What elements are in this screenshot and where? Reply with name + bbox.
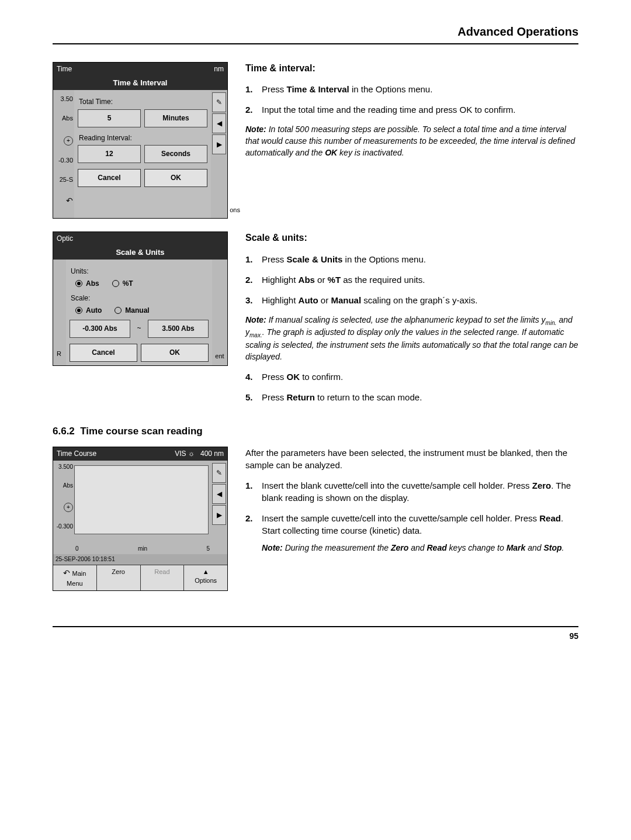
zero-button[interactable]: Zero	[97, 565, 141, 590]
radio-unselected-icon	[115, 307, 122, 314]
axis-lowest: 25-S	[54, 175, 73, 184]
screenshot-time-interval: Time nm Time & Interval 3.50 Abs + -0.30…	[53, 62, 228, 219]
axis-mid: Abs	[54, 114, 73, 123]
page-number: 95	[53, 626, 578, 642]
main-menu-button[interactable]: ↶ MainMenu	[53, 565, 97, 590]
plot-x-axis: 0 min 5	[53, 544, 227, 554]
step-text: Highlight Auto or Manual scaling on the …	[262, 294, 578, 306]
radio-selected-icon	[75, 307, 82, 314]
reading-interval-unit[interactable]: Seconds	[144, 145, 207, 163]
cursor-icon[interactable]: ✎	[212, 463, 226, 483]
r-fragment: R	[57, 350, 61, 358]
note-scale-units: Note: If manual scaling is selected, use…	[245, 314, 578, 363]
reading-interval-value[interactable]: 12	[78, 145, 141, 163]
step-number: 1.	[245, 479, 262, 504]
row-time-course: Time Course VIS ☼ 400 nm 3.500 Abs + -0.…	[53, 447, 578, 591]
back-arrow-icon: ↶	[63, 568, 70, 578]
step-number: 2.	[245, 103, 262, 116]
units-label: Units:	[71, 267, 209, 276]
step-number: 4.	[245, 371, 262, 383]
options-button[interactable]: ▲Options	[184, 565, 227, 590]
step-number: 3.	[245, 294, 262, 306]
scale-label: Scale:	[71, 293, 209, 303]
axis-top: 3.50	[54, 95, 73, 103]
axis-labels: 3.50 Abs + -0.30 25-S ↶	[53, 90, 74, 218]
dialog-title: Time & Interval	[53, 76, 227, 90]
step-text: Highlight Abs or %T as the required unit…	[262, 274, 578, 286]
step-text: Insert the sample cuvette/cell into the …	[262, 512, 578, 554]
total-time-unit[interactable]: Minutes	[144, 109, 207, 127]
dialog-title: Scale & Units	[53, 246, 227, 260]
ent-fragment: ent	[215, 352, 224, 361]
bg-app-label: Time	[57, 64, 72, 74]
wavelength-label: 400 nm	[200, 450, 224, 458]
step-text: Press Return to return to the scan mode.	[262, 391, 578, 403]
step-text: Press OK to confirm.	[262, 371, 578, 383]
tc-title: Time Course	[57, 449, 96, 459]
bg-app-label: Optic	[57, 234, 73, 244]
nav-left-icon[interactable]: ◀	[212, 484, 226, 504]
zoom-in-icon: +	[64, 503, 73, 512]
step-number: 2.	[245, 274, 262, 286]
step-text: Press Scale & Units in the Options menu.	[262, 253, 578, 265]
cancel-button[interactable]: Cancel	[78, 169, 141, 187]
scale-max-value[interactable]: 3.500 Abs	[148, 320, 209, 338]
nav-left-icon[interactable]: ◀	[212, 113, 226, 133]
up-triangle-icon: ▲	[203, 568, 209, 575]
radio-selected-icon	[75, 280, 82, 287]
scale-units-heading: Scale & units:	[245, 231, 578, 244]
page-header: Advanced Operations	[53, 23, 578, 44]
scale-min-value[interactable]: -0.300 Abs	[70, 320, 130, 338]
cursor-icon[interactable]: ✎	[212, 92, 226, 112]
tilde-separator: ~	[134, 320, 144, 338]
screenshot-scale-units: Optic Scale & Units Units: Abs %T Scale:…	[53, 231, 228, 366]
ok-button[interactable]: OK	[141, 344, 209, 362]
note-time-course: Note: During the measurement the Zero an…	[262, 542, 578, 554]
cancel-button[interactable]: Cancel	[70, 344, 137, 362]
read-button[interactable]: Read	[141, 565, 185, 590]
vis-indicator: VIS ☼	[175, 450, 195, 458]
step-number: 2.	[245, 512, 262, 554]
step-text: Insert the blank cuvette/cell into the c…	[262, 479, 578, 504]
plot-y-labels: 3.500 Abs + -0.300	[53, 461, 74, 544]
radio-unselected-icon	[112, 280, 119, 287]
ons-fragment: ons	[230, 206, 240, 215]
step-number: 1.	[245, 253, 262, 265]
back-arrow-icon: ↶	[54, 195, 73, 207]
bg-nm-label: nm	[214, 64, 224, 74]
total-time-value[interactable]: 5	[78, 109, 141, 127]
step-number: 1.	[245, 83, 262, 95]
status-bar: 25-SEP-2006 10:18:51	[53, 554, 227, 565]
reading-interval-label: Reading Interval:	[79, 133, 207, 143]
radio-manual[interactable]: Manual	[115, 306, 149, 316]
row-scale-units: Optic Scale & Units Units: Abs %T Scale:…	[53, 231, 578, 412]
section-heading: 6.6.2 Time course scan reading	[53, 424, 578, 438]
screenshot-time-course: Time Course VIS ☼ 400 nm 3.500 Abs + -0.…	[53, 447, 228, 591]
nav-right-icon[interactable]: ▶	[212, 134, 226, 154]
axis-bot: -0.30	[54, 156, 73, 165]
step-text: Input the total time and the reading tim…	[262, 103, 578, 116]
step-text: Press Time & Interval in the Options men…	[262, 83, 578, 95]
note-time-interval: Note: In total 500 measuring steps are p…	[245, 124, 578, 158]
plot-area	[74, 465, 209, 534]
total-time-label: Total Time:	[79, 97, 207, 107]
radio-percent-t[interactable]: %T	[112, 279, 133, 289]
ok-button[interactable]: OK	[144, 169, 207, 187]
radio-auto[interactable]: Auto	[75, 306, 102, 316]
row-time-interval: Time nm Time & Interval 3.50 Abs + -0.30…	[53, 62, 578, 219]
tc-intro: After the parameters have been selected,…	[245, 447, 578, 471]
step-number: 5.	[245, 391, 262, 403]
time-interval-heading: Time & interval:	[245, 62, 578, 75]
nav-right-icon[interactable]: ▶	[212, 505, 226, 525]
radio-abs[interactable]: Abs	[75, 279, 99, 289]
zoom-in-icon: +	[64, 136, 73, 146]
